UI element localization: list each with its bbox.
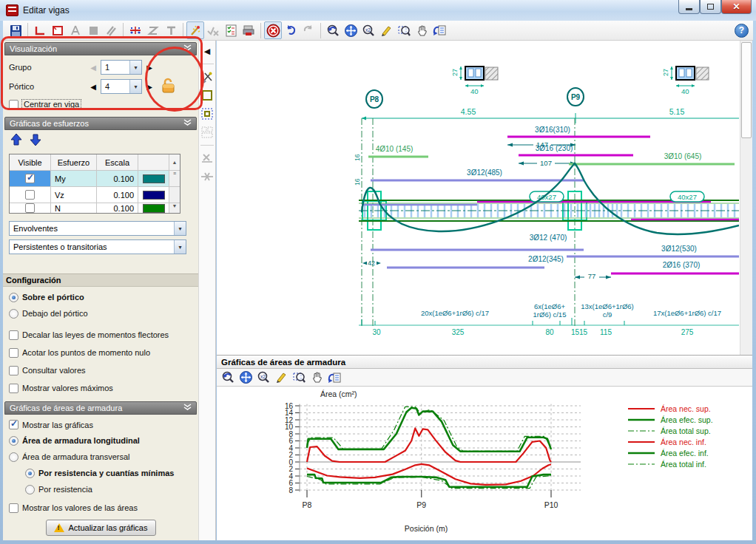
table-row[interactable]: N 0.100 ▼ xyxy=(10,203,180,213)
decalar-label[interactable]: Decalar las leyes de momentos flectores xyxy=(22,330,169,339)
save-icon[interactable] xyxy=(7,21,24,39)
debajo-portico-label[interactable]: Debajo del pórtico xyxy=(22,309,88,318)
lock-icon[interactable] xyxy=(160,77,176,96)
sobre-portico-radio[interactable] xyxy=(9,293,18,302)
grupo-combobox[interactable]: 1 ▾ xyxy=(101,60,142,75)
row-visible-checkbox[interactable] xyxy=(25,203,35,213)
new-rect-icon[interactable] xyxy=(49,21,67,39)
armadura-longitudinal-radio[interactable] xyxy=(9,436,18,446)
pan-hand-icon[interactable] xyxy=(413,21,431,39)
resistencia-cuantias-radio[interactable] xyxy=(25,469,35,478)
panel-header-areas[interactable]: Gráficas de áreas de armadura xyxy=(4,401,197,415)
move-down-icon[interactable] xyxy=(30,133,41,149)
collapse-chevron-icon[interactable] xyxy=(183,404,192,412)
row-visible-checkbox[interactable] xyxy=(25,174,35,183)
actualizar-graficas-button[interactable]: Actualizar las gráficas xyxy=(46,520,156,536)
close-button[interactable]: ✕ xyxy=(721,0,752,14)
dropdown-arrow-icon[interactable]: ▾ xyxy=(129,80,141,93)
tools-icon[interactable] xyxy=(200,69,215,84)
armadura-transversal-radio[interactable] xyxy=(9,452,18,462)
centrar-label[interactable]: Centrar en viga xyxy=(22,100,81,109)
zoom-x2-icon[interactable]: x2 xyxy=(254,369,272,387)
zoom-previous-icon[interactable] xyxy=(219,369,237,387)
beam-printer-icon[interactable] xyxy=(240,21,257,39)
resistencia-label[interactable]: Por resistencia xyxy=(38,485,92,494)
table-scrollbar-thumb[interactable]: ≡ xyxy=(169,171,180,186)
debajo-portico-radio[interactable] xyxy=(9,309,18,319)
maximos-checkbox[interactable] xyxy=(9,384,18,393)
report-copy-icon[interactable] xyxy=(431,21,448,39)
magic-wand-icon[interactable] xyxy=(186,21,204,39)
mostrar-graficas-label[interactable]: Mostrar las gráficas xyxy=(22,421,93,429)
table-scrollbar[interactable]: ▲ xyxy=(169,154,180,170)
panel-header-esfuerzos[interactable]: Gráficas de esfuerzos xyxy=(4,117,197,130)
help-button[interactable]: ? xyxy=(735,24,749,38)
resistencia-cuantias-label[interactable]: Por resistencia y cuantías mínimas xyxy=(38,469,174,477)
portico-next-arrow[interactable]: ▶ xyxy=(145,83,154,91)
edit-pencil-icon[interactable] xyxy=(272,369,290,387)
centrar-checkbox[interactable] xyxy=(9,100,18,109)
collapse-sidebar-icon[interactable]: ◀ xyxy=(200,44,215,58)
checklist-icon[interactable] xyxy=(222,21,240,39)
drawing-vertical-scrollbar[interactable] xyxy=(740,41,752,355)
consultar-checkbox[interactable] xyxy=(9,366,18,375)
dropdown-arrow-icon[interactable]: ▾ xyxy=(129,61,141,74)
stop-icon[interactable] xyxy=(264,21,282,39)
color-swatch[interactable] xyxy=(143,174,165,183)
hipotesis-combobox[interactable]: Persistentes o transitorias ▾ xyxy=(9,239,186,254)
edit-pencil-icon[interactable] xyxy=(377,21,395,39)
dropdown-arrow-icon[interactable]: ▾ xyxy=(174,240,186,254)
redo-icon[interactable] xyxy=(300,21,317,39)
zoom-x2-icon[interactable]: x2 xyxy=(360,21,377,39)
mostrar-graficas-checkbox[interactable] xyxy=(9,420,18,429)
color-swatch[interactable] xyxy=(143,191,165,200)
portico-combobox[interactable]: 4 ▾ xyxy=(101,79,142,94)
resistencia-radio[interactable] xyxy=(25,485,35,494)
zoom-previous-icon[interactable] xyxy=(324,21,342,39)
report-copy-icon[interactable] xyxy=(325,369,343,387)
zoom-window-icon[interactable] xyxy=(395,21,413,39)
move-up-icon[interactable] xyxy=(10,133,22,149)
t-tool-icon[interactable] xyxy=(162,21,180,39)
title-bar[interactable]: Editar vigas ✕ xyxy=(0,0,756,21)
decalar-checkbox[interactable] xyxy=(9,330,18,340)
envolventes-combobox[interactable]: Envolventes ▾ xyxy=(9,221,186,236)
grupo-prev-arrow[interactable]: ◀ xyxy=(89,64,98,72)
angle-icon[interactable] xyxy=(31,21,49,39)
valores-areas-checkbox[interactable] xyxy=(9,503,18,513)
undo-icon[interactable] xyxy=(282,21,300,39)
armadura-longitudinal-label[interactable]: Área de armadura longitudinal xyxy=(22,436,140,445)
table-scrollbar[interactable]: ▼ xyxy=(169,203,180,213)
grupo-next-arrow[interactable]: ▶ xyxy=(145,64,154,72)
minimize-button[interactable] xyxy=(678,0,700,14)
acotar-label[interactable]: Acotar los puntos de momento nulo xyxy=(22,348,150,357)
portico-prev-arrow[interactable]: ◀ xyxy=(89,83,98,91)
valores-areas-label[interactable]: Mostrar los valores de las áreas xyxy=(22,503,138,512)
collapse-chevron-icon[interactable] xyxy=(183,44,192,53)
pattern-disabled-icon[interactable] xyxy=(200,125,215,140)
maximos-label[interactable]: Mostrar valores máximos xyxy=(22,384,113,392)
delete-segment-icon[interactable] xyxy=(200,151,215,166)
armadura-transversal-label[interactable]: Área de armadura transversal xyxy=(22,452,130,461)
panel-header-visualizacion[interactable]: Visualización xyxy=(4,42,197,55)
zoom-window-icon[interactable] xyxy=(290,369,308,387)
beam-symmetry-icon[interactable] xyxy=(126,21,144,39)
zoom-fit-icon[interactable] xyxy=(342,21,360,39)
pencils-icon[interactable] xyxy=(102,21,120,39)
table-row[interactable]: My 0.100 ≡ xyxy=(10,171,180,187)
row-visible-checkbox[interactable] xyxy=(25,190,35,200)
compass-icon[interactable] xyxy=(67,21,84,39)
scrollbar-thumb[interactable] xyxy=(741,42,752,138)
join-segment-icon[interactable] xyxy=(200,169,215,184)
beam-drawing-viewport[interactable]: 27 40 27 40 xyxy=(217,41,752,355)
pan-hand-icon[interactable] xyxy=(308,369,325,387)
dropdown-arrow-icon[interactable]: ▾ xyxy=(174,222,186,235)
check-cancel-icon[interactable] xyxy=(204,21,222,39)
z-tool-icon[interactable] xyxy=(144,21,162,39)
restore-button[interactable] xyxy=(700,0,721,14)
table-row[interactable]: Vz 0.100 xyxy=(10,187,180,203)
square-icon[interactable] xyxy=(84,21,102,39)
zoom-fit-icon[interactable] xyxy=(237,369,254,387)
acotar-checkbox[interactable] xyxy=(9,348,18,358)
select-rect-icon[interactable] xyxy=(200,88,215,103)
